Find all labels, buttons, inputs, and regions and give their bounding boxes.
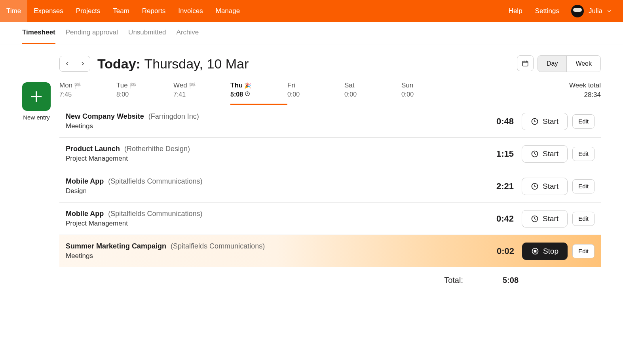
sub-tabs: TimesheetPending approvalUnsubmittedArch… xyxy=(0,22,623,44)
start-button[interactable]: Start xyxy=(522,210,568,228)
header-row: Today: Thursday, 10 Mar DayWeek xyxy=(59,55,601,72)
edit-button[interactable]: Edit xyxy=(572,212,595,226)
clock-icon xyxy=(531,150,539,158)
entry-task: Meetings xyxy=(66,122,474,130)
entry-actions: StartEdit xyxy=(522,145,595,163)
weekday-time: 0:00 xyxy=(344,91,401,98)
stop-label: Stop xyxy=(543,247,558,256)
entry-project: Product Launch xyxy=(66,145,120,153)
edit-button[interactable]: Edit xyxy=(572,179,595,193)
view-toggle: DayWeek xyxy=(538,55,601,72)
avatar[interactable] xyxy=(571,5,584,17)
entries: New Company Website (Farringdon Inc)Meet… xyxy=(59,105,601,267)
start-button[interactable]: Start xyxy=(522,178,568,195)
clock-icon xyxy=(245,91,250,98)
entry-time: 2:21 xyxy=(474,181,514,191)
next-day-button[interactable] xyxy=(75,56,90,71)
calendar-button[interactable] xyxy=(517,55,534,71)
weekday-mon[interactable]: Mon🏁7:45 xyxy=(59,79,116,105)
nav-expenses[interactable]: Expenses xyxy=(27,0,70,22)
entry-client: (Spitalfields Communications) xyxy=(171,242,265,250)
entry-row: New Company Website (Farringdon Inc)Meet… xyxy=(59,105,601,138)
weekday-time: 7:41 xyxy=(173,91,230,98)
weekday-name: Wed🏁 xyxy=(173,82,230,89)
flag-icon: 🏁 xyxy=(129,82,136,89)
stop-button[interactable]: Stop xyxy=(522,243,568,260)
entry-row: Mobile App (Spitalfields Communications)… xyxy=(59,203,601,235)
entry-time: 0:02 xyxy=(475,246,514,256)
date-nav xyxy=(59,56,90,72)
week-total: Week total28:34 xyxy=(569,79,601,105)
edit-button[interactable]: Edit xyxy=(572,244,595,258)
top-nav: TimeExpensesProjectsTeamReportsInvoicesM… xyxy=(0,0,623,22)
weekday-thu[interactable]: Thu🎉5:08 xyxy=(230,79,287,105)
nav-time[interactable]: Time xyxy=(0,0,27,22)
svg-rect-12 xyxy=(534,250,536,252)
entry-time: 0:48 xyxy=(474,116,514,127)
entry-info: Summer Marketing Campaign (Spitalfields … xyxy=(66,242,475,260)
toggle-day[interactable]: Day xyxy=(538,56,566,72)
weekday-name: Thu🎉 xyxy=(230,82,287,89)
subtab-unsubmitted[interactable]: Unsubmitted xyxy=(128,22,166,44)
subtab-pending-approval[interactable]: Pending approval xyxy=(66,22,118,44)
entry-project: Mobile App xyxy=(66,177,104,185)
view-controls: DayWeek xyxy=(517,55,601,72)
entry-client: (Farringdon Inc) xyxy=(148,112,199,120)
start-label: Start xyxy=(543,214,558,223)
edit-button[interactable]: Edit xyxy=(572,147,595,161)
nav-team[interactable]: Team xyxy=(106,0,136,22)
subtab-timesheet[interactable]: Timesheet xyxy=(22,22,55,44)
weekday-time: 8:00 xyxy=(116,91,173,98)
weekday-name: Sat xyxy=(344,82,401,89)
username[interactable]: Julia xyxy=(589,7,602,15)
start-label: Start xyxy=(543,182,558,191)
entry-client: (Spitalfields Communications) xyxy=(108,210,202,218)
entry-task: Meetings xyxy=(66,252,475,260)
page-title-date: Thursday, 10 Mar xyxy=(144,56,249,71)
top-nav-right: Help Settings Julia xyxy=(502,0,612,22)
entry-actions: StartEdit xyxy=(522,113,595,130)
subtab-archive[interactable]: Archive xyxy=(177,22,199,44)
start-button[interactable]: Start xyxy=(522,145,568,163)
new-entry-label: New entry xyxy=(23,114,50,121)
prev-day-button[interactable] xyxy=(60,56,75,71)
entry-client: (Spitalfields Communications) xyxy=(108,177,202,185)
entry-info: New Company Website (Farringdon Inc)Meet… xyxy=(66,112,474,130)
new-entry-button[interactable] xyxy=(22,82,51,111)
edit-button[interactable]: Edit xyxy=(572,114,595,129)
entry-info: Mobile App (Spitalfields Communications)… xyxy=(66,177,474,195)
week-total-label: Week total xyxy=(569,82,601,89)
weekday-name: Tue🏁 xyxy=(116,82,173,89)
entry-task: Project Management xyxy=(66,220,474,228)
start-label: Start xyxy=(543,117,558,126)
nav-manage[interactable]: Manage xyxy=(209,0,246,22)
settings-link[interactable]: Settings xyxy=(529,0,566,22)
weekday-wed[interactable]: Wed🏁7:41 xyxy=(173,79,230,105)
total-row: Total: 5:08 xyxy=(59,267,601,285)
weekday-time: 7:45 xyxy=(59,91,116,98)
weekday-sun[interactable]: Sun0:00 xyxy=(401,79,458,105)
weekday-fri[interactable]: Fri0:00 xyxy=(287,79,344,105)
weekday-name: Fri xyxy=(287,82,344,89)
help-link[interactable]: Help xyxy=(502,0,529,22)
toggle-week[interactable]: Week xyxy=(566,56,600,72)
entry-actions: StartEdit xyxy=(522,210,595,228)
nav-invoices[interactable]: Invoices xyxy=(172,0,209,22)
total-label: Total: xyxy=(444,276,463,285)
entry-project: Summer Marketing Campaign xyxy=(66,242,166,250)
stop-icon xyxy=(531,247,539,255)
entry-row: Summer Marketing Campaign (Spitalfields … xyxy=(59,235,601,267)
total-value: 5:08 xyxy=(479,276,519,285)
entry-info: Mobile App (Spitalfields Communications)… xyxy=(66,210,474,228)
page-title: Today: Thursday, 10 Mar xyxy=(97,56,249,72)
weekday-sat[interactable]: Sat0:00 xyxy=(344,79,401,105)
entry-project: Mobile App xyxy=(66,210,104,218)
new-entry: New entry xyxy=(22,82,51,121)
nav-reports[interactable]: Reports xyxy=(136,0,172,22)
chevron-down-icon[interactable] xyxy=(606,8,612,14)
nav-projects[interactable]: Projects xyxy=(70,0,106,22)
weekday-tue[interactable]: Tue🏁8:00 xyxy=(116,79,173,105)
start-button[interactable]: Start xyxy=(522,113,568,130)
flag-icon: 🏁 xyxy=(74,82,81,89)
entry-info: Product Launch (Rotherhithe Design)Proje… xyxy=(66,145,474,163)
